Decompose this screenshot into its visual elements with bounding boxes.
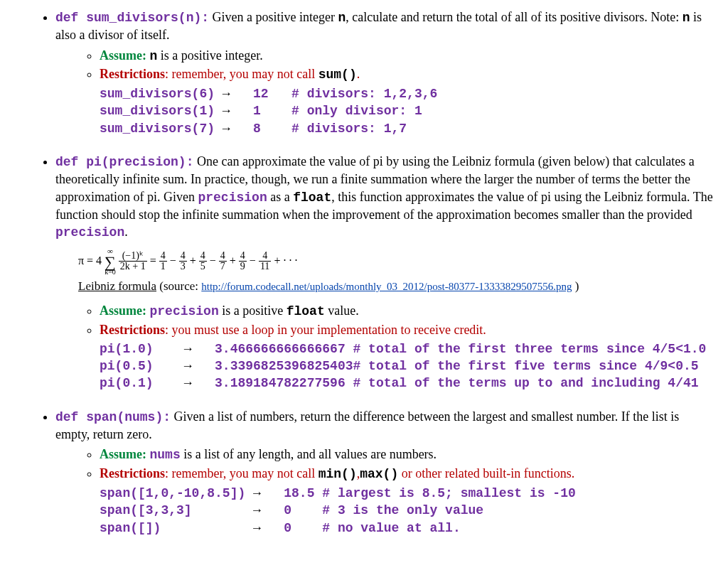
code: n <box>150 49 158 63</box>
fraction: 45 <box>199 251 207 272</box>
code-n: n <box>682 11 690 25</box>
code: precision <box>55 225 124 240</box>
fraction: 49 <box>239 251 247 272</box>
code: float <box>293 190 331 205</box>
main-fraction: (−1)ᵏ 2k + 1 <box>119 251 147 272</box>
assume-text: is a positive integer. <box>157 48 262 63</box>
example-comment: # largest is 8.5; smallest is -10 <box>322 486 575 500</box>
arrow-icon: → <box>184 376 215 390</box>
example-comment: # divisors: 1,2,3,6 <box>291 87 437 101</box>
caption-title: Leibniz formula <box>78 279 156 293</box>
sigma-symbol: ∑ <box>105 255 116 269</box>
desc-text: , calculate and return the total of all … <box>346 10 682 24</box>
assume-label: Assume: <box>100 303 146 318</box>
frac-top: (−1)ᵏ <box>119 251 147 262</box>
restrict-end: . <box>357 67 360 81</box>
function-signature: def sum_divisors(n): <box>55 11 209 25</box>
example-comment: # only divisor: 1 <box>291 104 422 118</box>
operator: + <box>187 254 199 267</box>
leibniz-formula: π = 4 ∞ ∑ k=0 (−1)ᵏ 2k + 1 = 41 − 43 + 4… <box>78 247 714 276</box>
example-call: sum_divisors(6) <box>100 85 223 102</box>
frac-bot: 1 <box>159 262 167 272</box>
frac-bot: 11 <box>259 262 271 272</box>
subpoints: Assume: precision is a positive float va… <box>55 302 714 392</box>
function-signature: def span(nums): <box>55 410 171 424</box>
frac-bot: 5 <box>199 262 207 272</box>
examples: pi(1.0) → 3.466666666666667 # total of t… <box>100 340 714 392</box>
restrict-text: : remember, you may not call <box>165 67 318 81</box>
problem-pi: def pi(precision): One can approximate t… <box>55 153 714 392</box>
caption-source: (source: <box>156 279 201 293</box>
frac-top: 4 <box>159 251 167 262</box>
arrow-icon: → <box>184 359 215 373</box>
frac-top: 4 <box>259 251 271 262</box>
example-call: span([]) <box>100 520 253 537</box>
example-call: pi(0.5) <box>100 358 184 375</box>
restrict-text: : you must use a loop in your implementa… <box>165 323 486 337</box>
fraction: 43 <box>179 251 187 272</box>
arrow-icon: → <box>223 122 253 136</box>
restrict-item: Restrictions: you must use a loop in you… <box>100 321 714 392</box>
example-row: sum_divisors(7) → 8 # divisors: 1,7 <box>100 120 714 137</box>
fraction: 47 <box>219 251 227 272</box>
example-value: 8 <box>253 122 291 136</box>
arrow-icon: → <box>253 521 284 535</box>
arrow-icon: → <box>253 503 284 517</box>
frac-top: 4 <box>219 251 227 262</box>
code-n: n <box>338 11 346 25</box>
example-row: span([1,0,-10,8.5]) → 18.5 # largest is … <box>100 485 714 502</box>
arrow-icon: → <box>223 104 253 118</box>
code: max() <box>360 467 398 481</box>
assume-label: Assume: <box>100 48 146 63</box>
frac-bot: 7 <box>219 262 227 272</box>
operator: − <box>207 254 219 267</box>
restrict-text: or other related built-in functions. <box>398 466 574 480</box>
example-call: span([1,0,-10,8.5]) <box>100 485 253 502</box>
formula-terms: 41 − 43 + 45 − 47 + 49 − 411 <box>159 254 272 267</box>
example-row: span([]) → 0 # no value at all. <box>100 520 714 537</box>
restrict-text: : remember, you may not call <box>165 466 318 480</box>
arrow-icon: → <box>253 486 284 500</box>
fraction: 41 <box>159 251 167 272</box>
desc-text: as a <box>267 190 293 204</box>
assume-text: is a list of any length, and all values … <box>181 447 437 461</box>
restrict-label: Restrictions <box>100 323 165 337</box>
formula-lhs: π = 4 <box>78 254 102 267</box>
frac-top: 4 <box>239 251 247 262</box>
example-comment: # total of the terms up to and including… <box>353 376 698 390</box>
example-call: span([3,3,3] <box>100 502 253 519</box>
example-row: sum_divisors(6) → 12 # divisors: 1,2,3,6 <box>100 85 714 102</box>
assume-label: Assume: <box>100 447 146 461</box>
examples: span([1,0,-10,8.5]) → 18.5 # largest is … <box>100 485 714 537</box>
code: nums <box>150 448 181 462</box>
example-value: 3.189184782277596 <box>215 376 353 390</box>
frac-bot: 3 <box>179 262 187 272</box>
example-comment: # no value at all. <box>322 521 460 535</box>
example-comment: # total of the first five terms since 4/… <box>353 359 698 373</box>
example-row: pi(1.0) → 3.466666666666667 # total of t… <box>100 340 714 358</box>
arrow-icon: → <box>184 342 215 356</box>
example-row: pi(0.5) → 3.3396825396825403# total of t… <box>100 358 714 375</box>
operator: − <box>167 254 179 267</box>
example-value: 3.466666666666667 <box>215 342 353 356</box>
operator: − <box>247 254 259 267</box>
example-value: 3.3396825396825403 <box>215 359 353 373</box>
source-link[interactable]: http://forum.codecall.net/uploads/monthl… <box>201 281 572 292</box>
problem-sum-divisors: def sum_divisors(n): Given a positive in… <box>55 9 714 137</box>
example-call: sum_divisors(1) <box>100 102 223 119</box>
sigma-icon: ∞ ∑ k=0 <box>105 247 116 276</box>
problem-list: def sum_divisors(n): Given a positive in… <box>14 9 714 537</box>
restrict-item: Restrictions: remember, you may not call… <box>100 65 714 137</box>
equals: = <box>150 254 159 267</box>
arrow-icon: → <box>223 87 253 101</box>
example-value: 0 <box>284 521 322 535</box>
subpoints: Assume: n is a positive integer. Restric… <box>55 47 714 137</box>
fraction: 411 <box>259 251 271 272</box>
problem-span: def span(nums): Given a list of numbers,… <box>55 408 714 537</box>
formula-caption: Leibniz formula (source: http://forum.co… <box>78 279 714 295</box>
restrict-label: Restrictions <box>100 67 165 81</box>
example-value: 1 <box>253 104 291 118</box>
frac-bot: 9 <box>239 262 247 272</box>
example-call: pi(0.1) <box>100 375 184 392</box>
caption-close: ) <box>572 279 579 293</box>
